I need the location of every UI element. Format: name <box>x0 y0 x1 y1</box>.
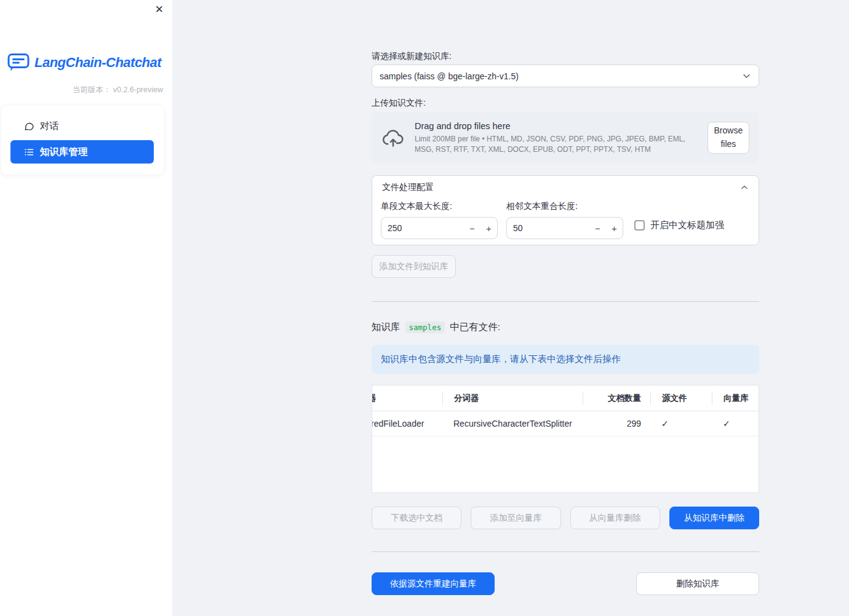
plus-icon[interactable]: + <box>480 223 497 234</box>
dropzone-title: Drag and drop files here <box>415 121 698 131</box>
overlap-stepper: − + <box>506 217 623 239</box>
expander-title: 文件处理配置 <box>382 182 434 193</box>
sidebar-item-knowledge-base[interactable]: 知识库管理 <box>10 140 154 164</box>
chunk-size-label: 单段文本最大长度: <box>381 201 498 212</box>
table-actions: 下载选中文档 添加至向量库 从向量库删除 从知识库中删除 <box>372 507 759 529</box>
expander-header[interactable]: 文件处理配置 <box>372 176 759 199</box>
add-to-vector-button[interactable]: 添加至向量库 <box>471 507 560 529</box>
sidebar-item-label: 对话 <box>40 120 59 133</box>
table-row[interactable]: redFileLoader RecursiveCharacterTextSpli… <box>372 411 759 436</box>
kb-files-heading: 知识库 samples 中已有文件: <box>372 321 759 334</box>
col-doc-count: 文档数量 <box>583 392 650 405</box>
cell-loader: redFileLoader <box>372 419 442 428</box>
version-label: 当前版本： <box>73 85 111 94</box>
delete-kb-button[interactable]: 删除知识库 <box>636 572 759 595</box>
plus-icon[interactable]: + <box>606 223 623 234</box>
table-header: 器 分词器 文档数量 源文件 向量库 <box>372 385 759 411</box>
kb-files-suffix: 中已有文件: <box>450 321 500 334</box>
chevron-up-icon <box>740 183 749 192</box>
info-text: 知识库中包含源文件与向量库，请从下表中选择文件后操作 <box>381 353 621 365</box>
logo: LangChain-Chatchat <box>7 53 161 72</box>
cloud-upload-icon <box>381 128 405 148</box>
add-files-button[interactable]: 添加文件到知识库 <box>372 255 456 278</box>
zh-title-enhance-checkbox[interactable]: 开启中文标题加强 <box>634 219 724 231</box>
col-source-file: 源文件 <box>650 392 712 405</box>
sidebar-item-label: 知识库管理 <box>40 146 88 159</box>
delete-from-vector-button[interactable]: 从向量库删除 <box>570 507 660 529</box>
overlap-input[interactable] <box>507 223 575 233</box>
dropzone-limit-text: Limit 200MB per file • HTML, MD, JSON, C… <box>415 134 698 154</box>
divider <box>372 301 759 302</box>
file-dropzone[interactable]: Drag and drop files here Limit 200MB per… <box>372 112 759 164</box>
kb-name-code: samples <box>405 322 445 333</box>
sidebar-menu: 对话 知识库管理 <box>1 106 164 175</box>
cell-source-check: ✓ <box>650 419 712 428</box>
kb-select-value: samples (faiss @ bge-large-zh-v1.5) <box>380 71 519 81</box>
chunk-size-input[interactable] <box>381 223 449 233</box>
logo-chat-icon <box>7 53 30 72</box>
chunk-size-field: 单段文本最大长度: − + <box>381 201 498 239</box>
minus-icon[interactable]: − <box>589 223 606 234</box>
overlap-label: 相邻文本重合长度: <box>506 201 623 212</box>
chat-bubble-icon <box>24 121 34 132</box>
sidebar: ✕ LangChain-Chatchat 当前版本： v0.2.6-previe… <box>0 0 172 616</box>
download-selected-button[interactable]: 下载选中文档 <box>372 507 461 529</box>
main-content: 请选择或新建知识库: samples (faiss @ bge-large-zh… <box>172 0 849 616</box>
version-text: 当前版本： v0.2.6-preview <box>73 85 163 95</box>
delete-from-kb-button[interactable]: 从知识库中删除 <box>669 507 759 529</box>
col-loader: 器 <box>372 393 442 404</box>
dropzone-text: Drag and drop files here Limit 200MB per… <box>415 121 698 154</box>
rebuild-vector-store-button[interactable]: 依据源文件重建向量库 <box>372 572 495 595</box>
minus-icon[interactable]: − <box>464 223 480 234</box>
overlap-field: 相邻文本重合长度: − + <box>506 201 623 239</box>
info-banner: 知识库中包含源文件与向量库，请从下表中选择文件后操作 <box>372 345 759 374</box>
files-table: 器 分词器 文档数量 源文件 向量库 redFileLoader Recursi… <box>372 385 759 493</box>
cell-vector-check: ✓ <box>712 419 759 428</box>
chunk-size-stepper: − + <box>381 217 498 239</box>
file-config-expander: 文件处理配置 单段文本最大长度: − + 相邻文本重合长度: − + <box>372 175 759 245</box>
upload-label: 上传知识文件: <box>372 98 759 109</box>
kb-files-prefix: 知识库 <box>372 321 401 334</box>
checkbox-label: 开启中文标题加强 <box>650 219 724 231</box>
kb-select-label: 请选择或新建知识库: <box>372 51 759 62</box>
app: ✕ LangChain-Chatchat 当前版本： v0.2.6-previe… <box>0 0 849 616</box>
list-icon <box>24 147 34 157</box>
sidebar-item-chat[interactable]: 对话 <box>10 114 154 138</box>
cell-splitter: RecursiveCharacterTextSplitter <box>442 419 583 428</box>
checkbox-icon <box>634 220 645 231</box>
cell-doc-count: 299 <box>583 419 650 428</box>
divider <box>372 551 759 552</box>
logo-text: LangChain-Chatchat <box>34 55 161 71</box>
kb-select[interactable]: samples (faiss @ bge-large-zh-v1.5) <box>372 65 759 87</box>
chevron-down-icon <box>742 71 751 81</box>
col-splitter: 分词器 <box>442 392 583 405</box>
col-vector-store: 向量库 <box>712 392 759 405</box>
version-value: v0.2.6-preview <box>113 85 163 94</box>
browse-files-button[interactable]: Browse files <box>708 122 749 154</box>
close-icon[interactable]: ✕ <box>155 4 164 15</box>
